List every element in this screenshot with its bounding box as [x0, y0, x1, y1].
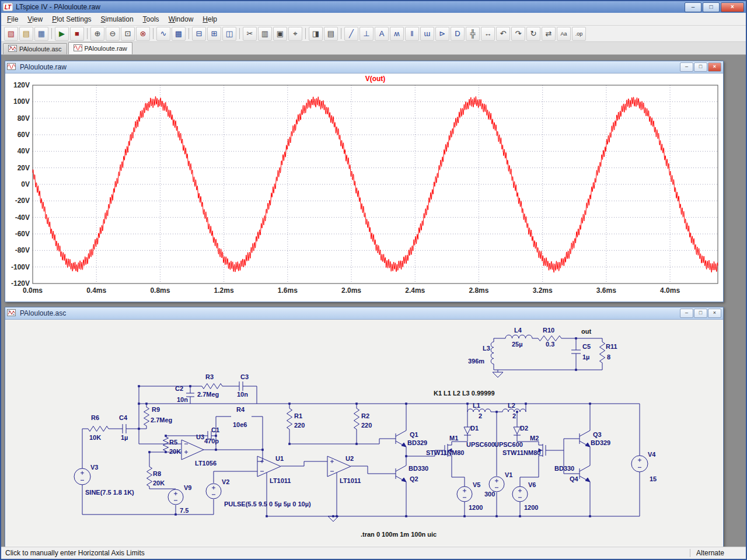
component-label[interactable]: 1200: [469, 504, 483, 511]
waveform-minimize-button[interactable]: –: [680, 62, 693, 72]
component-label[interactable]: 1200: [524, 504, 538, 511]
component-label[interactable]: 10n: [237, 391, 248, 398]
tile-horizontal-icon[interactable]: ⊟: [192, 27, 206, 41]
x-axis-tick[interactable]: 3.2ms: [533, 286, 553, 295]
y-axis-tick[interactable]: 40V: [18, 147, 30, 155]
component-label[interactable]: R2: [361, 412, 369, 419]
cut-icon[interactable]: ✂: [243, 27, 257, 41]
move-icon[interactable]: ╬: [466, 27, 480, 41]
component-label[interactable]: 10n: [177, 396, 188, 403]
y-axis-tick[interactable]: -80V: [15, 246, 30, 254]
drag-icon[interactable]: ↔: [481, 27, 495, 41]
menu-view[interactable]: View: [23, 14, 47, 24]
maximize-button[interactable]: □: [703, 2, 720, 12]
menu-plot-settings[interactable]: Plot Settings: [47, 14, 96, 24]
redo-icon[interactable]: ↷: [511, 27, 525, 41]
zoom-in-icon[interactable]: ⊕: [90, 27, 104, 41]
component-label[interactable]: Q3: [593, 431, 602, 438]
component-label[interactable]: 2: [512, 412, 516, 419]
minimize-button[interactable]: –: [685, 2, 701, 12]
rotate-icon[interactable]: ↻: [526, 27, 540, 41]
component-label[interactable]: 220: [361, 422, 372, 429]
waveform-close-button[interactable]: ×: [708, 62, 721, 72]
place-inductor-icon[interactable]: ɯ: [420, 27, 434, 41]
new-schematic-icon[interactable]: ▧: [4, 27, 18, 41]
save-icon[interactable]: ▦: [34, 27, 48, 41]
component-label[interactable]: BD330: [554, 465, 574, 472]
component-label[interactable]: 8: [607, 354, 610, 360]
component-label[interactable]: U3: [196, 433, 204, 440]
y-axis-tick[interactable]: 60V: [18, 131, 30, 139]
component-label[interactable]: 2.7Meg: [151, 416, 172, 424]
component-label[interactable]: C5: [582, 343, 591, 350]
zoom-out-icon[interactable]: ⊖: [106, 27, 120, 41]
trace-label[interactable]: V(out): [365, 75, 386, 83]
component-label[interactable]: M2: [530, 435, 539, 442]
component-label[interactable]: STW11NM80: [426, 449, 464, 456]
component-label[interactable]: 2.7Meg: [197, 391, 219, 398]
component-label[interactable]: C3: [240, 373, 249, 380]
undo-icon[interactable]: ↶: [496, 27, 510, 41]
x-axis-tick[interactable]: 1.2ms: [214, 286, 234, 295]
component-label[interactable]: V9: [184, 484, 191, 491]
place-ground-icon[interactable]: ⊥: [359, 27, 374, 41]
component-label[interactable]: UPSC600: [494, 441, 523, 448]
component-label[interactable]: Q4: [570, 475, 579, 482]
menu-tools[interactable]: Tools: [138, 14, 164, 24]
x-axis-tick[interactable]: 2.4ms: [405, 286, 425, 295]
component-label[interactable]: 15: [650, 475, 657, 482]
component-label[interactable]: 2: [479, 412, 482, 419]
run-icon[interactable]: ▶: [55, 27, 69, 41]
component-label[interactable]: R5: [169, 439, 177, 446]
component-label[interactable]: .tran 0 100m 1m 100n uic: [361, 531, 437, 538]
menu-file[interactable]: File: [2, 14, 23, 24]
component-label[interactable]: 1µ: [582, 354, 589, 360]
component-label[interactable]: L2: [508, 402, 515, 409]
component-label[interactable]: LT1056: [195, 460, 217, 467]
y-axis-tick[interactable]: 100V: [13, 97, 30, 106]
halt-icon[interactable]: ■: [70, 27, 84, 41]
y-axis-tick[interactable]: -20V: [15, 197, 30, 205]
find-icon[interactable]: ⌖: [288, 27, 302, 41]
menu-help[interactable]: Help: [198, 14, 222, 24]
tab-palouloute.asc[interactable]: PAlouloute.asc: [3, 43, 67, 54]
component-label[interactable]: V4: [648, 451, 656, 458]
place-resistor-icon[interactable]: ʍ: [390, 27, 404, 41]
cascade-windows-icon[interactable]: ◫: [222, 27, 236, 41]
component-label[interactable]: U1: [275, 455, 284, 462]
zoom-full-extents-icon[interactable]: ⊗: [136, 27, 150, 41]
component-label[interactable]: out: [581, 328, 591, 335]
component-label[interactable]: R11: [606, 343, 617, 350]
schematic-canvas[interactable]: L3396mL425µR100.3outC51µR118K1 L1 L2 L3 …: [6, 320, 722, 546]
x-axis-tick[interactable]: 0.4ms: [86, 286, 106, 295]
place-component-icon[interactable]: D: [451, 27, 465, 41]
menu-window[interactable]: Window: [164, 14, 198, 24]
component-label[interactable]: K1 L1 L2 L3 0.99999: [434, 390, 495, 397]
component-label[interactable]: R6: [91, 414, 99, 421]
component-label[interactable]: 396m: [468, 358, 484, 365]
titlebar[interactable]: LT LTspice IV - PAlouloute.raw – □ ×: [1, 1, 746, 13]
component-label[interactable]: 20K: [169, 448, 181, 455]
autorange-y-axis-icon[interactable]: ∿: [156, 27, 170, 41]
component-label[interactable]: D1: [470, 425, 479, 432]
x-axis-tick[interactable]: 1.6ms: [278, 286, 298, 295]
place-diode-icon[interactable]: ⊳: [435, 27, 449, 41]
component-label[interactable]: U2: [345, 455, 354, 462]
component-label[interactable]: 470p: [204, 438, 219, 444]
y-axis-tick[interactable]: -100V: [11, 263, 30, 271]
schematic-minimize-button[interactable]: –: [680, 309, 693, 318]
component-label[interactable]: R3: [205, 373, 214, 380]
component-label[interactable]: L3: [483, 345, 490, 352]
component-label[interactable]: BD329: [591, 439, 610, 446]
y-axis-tick[interactable]: 80V: [18, 114, 30, 123]
component-label[interactable]: D2: [520, 425, 528, 432]
component-label[interactable]: PULSE(5.5 9.5 0 5µ 5µ 0 10µ): [224, 501, 311, 508]
component-label[interactable]: LT1011: [270, 477, 291, 484]
y-axis-tick[interactable]: 120V: [13, 81, 30, 89]
component-label[interactable]: 10K: [89, 434, 101, 441]
y-axis-tick[interactable]: 0V: [21, 180, 30, 188]
component-label[interactable]: V2: [222, 478, 229, 485]
spice-directive-icon[interactable]: .op: [572, 27, 586, 41]
component-label[interactable]: C1: [211, 426, 219, 433]
schematic-close-button[interactable]: ×: [708, 309, 721, 318]
